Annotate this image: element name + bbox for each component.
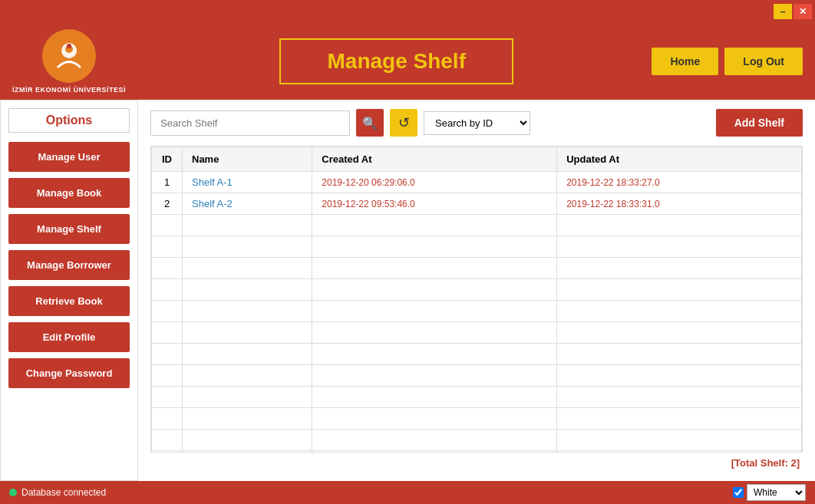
- page-title-box: Manage Shelf: [279, 38, 513, 84]
- theme-select[interactable]: White: [747, 484, 806, 501]
- empty-table-row: [152, 430, 802, 451]
- content-area: 🔍 ↺ Search by ID Search by Name Add Shel…: [138, 100, 815, 481]
- sidebar-item-manage-borrower[interactable]: Manage Borrower: [8, 250, 130, 280]
- title-bar: – ✕: [0, 0, 815, 23]
- cell-name[interactable]: Shelf A-2: [183, 193, 312, 215]
- university-logo: [42, 29, 96, 83]
- db-status: Database connected: [9, 487, 106, 498]
- university-name: İZMİR EKONOMİ ÜNİVERSİTESİ: [12, 86, 126, 94]
- total-label: [Total Shelf: 2]: [150, 453, 803, 472]
- empty-table-row: [152, 215, 802, 236]
- col-id: ID: [152, 147, 183, 172]
- db-connected-dot: [9, 489, 17, 496]
- empty-table-row: [152, 344, 802, 365]
- logo-area: İZMİR EKONOMİ ÜNİVERSİTESİ: [12, 29, 126, 94]
- sidebar-item-change-password[interactable]: Change Password: [8, 358, 130, 388]
- search-input[interactable]: [150, 110, 350, 136]
- header: İZMİR EKONOMİ ÜNİVERSİTESİ Manage Shelf …: [0, 23, 815, 100]
- minimize-button[interactable]: –: [774, 4, 792, 19]
- sidebar-item-manage-user[interactable]: Manage User: [8, 142, 130, 172]
- sidebar-item-edit-profile[interactable]: Edit Profile: [8, 322, 130, 352]
- cell-id: 2: [152, 193, 183, 215]
- logout-button[interactable]: Log Out: [724, 48, 803, 75]
- empty-table-row: [152, 408, 802, 430]
- sidebar-item-retrieve-book[interactable]: Retrieve Book: [8, 286, 130, 316]
- page-title: Manage Shelf: [327, 49, 465, 73]
- col-name: Name: [183, 147, 312, 172]
- close-button[interactable]: ✕: [794, 4, 812, 19]
- main-layout: Options Manage User Manage Book Manage S…: [0, 100, 815, 481]
- empty-table-row: [152, 258, 802, 279]
- refresh-icon: ↺: [398, 114, 410, 131]
- table-header-row: ID Name Created At Updated At: [152, 147, 802, 172]
- search-by-select[interactable]: Search by ID Search by Name: [424, 111, 530, 135]
- cell-name[interactable]: Shelf A-1: [183, 172, 312, 193]
- empty-table-row: [152, 387, 802, 408]
- home-button[interactable]: Home: [652, 48, 718, 75]
- header-buttons: Home Log Out: [652, 48, 803, 75]
- cell-id: 1: [152, 172, 183, 193]
- search-icon: 🔍: [362, 116, 378, 130]
- cell-updated-at: 2019-12-22 18:33:31.0: [557, 193, 802, 215]
- shelf-table: ID Name Created At Updated At 1 Shelf A-…: [151, 147, 802, 453]
- sidebar-title: Options: [8, 108, 130, 133]
- col-updated-at: Updated At: [557, 147, 802, 172]
- empty-table-row: [152, 322, 802, 344]
- empty-table-row: [152, 279, 802, 301]
- empty-table-row: [152, 365, 802, 387]
- col-created-at: Created At: [312, 147, 557, 172]
- db-status-text: Database connected: [21, 487, 106, 498]
- add-shelf-button[interactable]: Add Shelf: [716, 109, 803, 137]
- cell-created-at: 2019-12-22 09:53:46.0: [312, 193, 557, 215]
- search-button[interactable]: 🔍: [356, 109, 384, 137]
- cell-created-at: 2019-12-20 06:29:06.0: [312, 172, 557, 193]
- sidebar-item-manage-shelf[interactable]: Manage Shelf: [8, 214, 130, 244]
- toolbar: 🔍 ↺ Search by ID Search by Name Add Shel…: [150, 109, 803, 137]
- cell-updated-at: 2019-12-22 18:33:27.0: [557, 172, 802, 193]
- svg-point-2: [67, 44, 71, 48]
- empty-table-row: [152, 301, 802, 322]
- empty-table-row: [152, 236, 802, 258]
- theme-select-area: White: [733, 484, 806, 501]
- sidebar-item-manage-book[interactable]: Manage Book: [8, 178, 130, 208]
- shelf-table-container: ID Name Created At Updated At 1 Shelf A-…: [150, 146, 803, 453]
- table-row: 1 Shelf A-1 2019-12-20 06:29:06.0 2019-1…: [152, 172, 802, 193]
- footer: Database connected White: [0, 481, 815, 504]
- table-row: 2 Shelf A-2 2019-12-22 09:53:46.0 2019-1…: [152, 193, 802, 215]
- theme-checkbox[interactable]: [733, 487, 744, 498]
- refresh-button[interactable]: ↺: [390, 109, 417, 137]
- sidebar: Options Manage User Manage Book Manage S…: [0, 100, 138, 481]
